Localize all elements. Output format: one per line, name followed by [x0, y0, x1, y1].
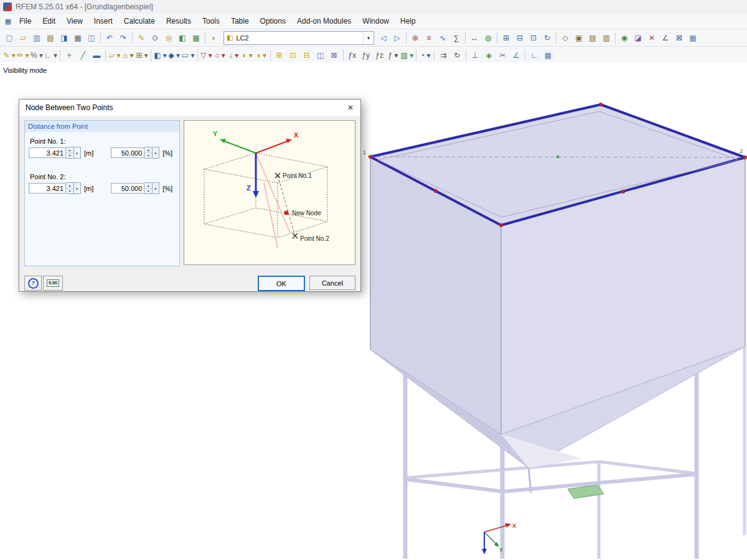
- connect-lines-button[interactable]: ∠: [509, 49, 523, 62]
- deselect-button[interactable]: ⊟: [300, 49, 314, 62]
- edit-dimensions-button[interactable]: ✎ ▾: [2, 49, 16, 62]
- load-cases-button[interactable]: ◐ ▾: [241, 49, 255, 62]
- menu-item[interactable]: Help: [395, 15, 421, 27]
- ok-button[interactable]: OK: [258, 276, 305, 291]
- zoom-out-button[interactable]: ⊟: [513, 31, 527, 44]
- save-button[interactable]: ◨: [57, 31, 71, 44]
- zoom-in-button[interactable]: ⊞: [499, 31, 513, 44]
- view-in-x-button[interactable]: ▣: [572, 31, 586, 44]
- search-object-button[interactable]: ◎: [162, 31, 176, 44]
- spin-down-icon[interactable]: ▼: [144, 188, 152, 194]
- ortho-snap-button[interactable]: ∟ ▾: [44, 49, 58, 62]
- cancel-button[interactable]: Cancel: [309, 276, 355, 290]
- visibility-mode-button[interactable]: ◉: [618, 31, 631, 44]
- expand-arrow-icon[interactable]: ▸: [74, 147, 81, 159]
- undo-button[interactable]: ↶: [103, 31, 116, 44]
- spin-up-icon[interactable]: ▲: [144, 147, 152, 152]
- point1-percent-spinner[interactable]: ▲ ▼: [144, 147, 153, 159]
- menu-item[interactable]: Insert: [88, 15, 118, 27]
- model-tools-button[interactable]: ⌂ ▾: [121, 49, 135, 62]
- point1-percent-input[interactable]: [111, 147, 144, 158]
- member-rotation-z-button[interactable]: ƒz: [373, 49, 387, 62]
- new-hinge-button[interactable]: ○ ▾: [214, 49, 227, 62]
- point2-distance-spinner[interactable]: ▲ ▼: [66, 182, 74, 194]
- expand-arrow-icon[interactable]: ▸: [153, 147, 159, 159]
- member-division-button[interactable]: ƒ ▾: [387, 49, 400, 62]
- point2-percent-spinner[interactable]: ▲ ▼: [144, 182, 153, 194]
- expand-arrow-icon[interactable]: ▸: [74, 182, 81, 194]
- menu-item[interactable]: Window: [357, 15, 395, 27]
- rotate-copy-button[interactable]: ↻: [450, 49, 464, 62]
- view-in-y-button[interactable]: ▤: [586, 31, 599, 44]
- full-view-button[interactable]: ⊠: [672, 31, 686, 44]
- calculation-button[interactable]: ◔ ▾: [418, 49, 432, 62]
- table-layout-button[interactable]: ▦: [686, 31, 700, 44]
- menu-item[interactable]: Tools: [197, 15, 225, 27]
- dialog-title-bar[interactable]: Node Between Two Points ✕: [19, 100, 360, 116]
- load-case-list-icon[interactable]: ◐: [207, 31, 221, 44]
- project-to-plane-button[interactable]: ◈: [482, 49, 496, 62]
- spin-up-icon[interactable]: ▲: [66, 183, 73, 188]
- new-member-button[interactable]: ▬: [90, 49, 103, 62]
- spin-up-icon[interactable]: ▲: [66, 147, 73, 152]
- rotate-view-button[interactable]: ↻: [540, 31, 554, 44]
- percent-snap-button[interactable]: % ▾: [30, 49, 44, 62]
- menu-item[interactable]: Calculate: [118, 15, 161, 27]
- numbering-button[interactable]: ⊠: [327, 49, 341, 62]
- redo-button[interactable]: ↷: [116, 31, 130, 44]
- select-window-button[interactable]: ⊞: [273, 49, 286, 62]
- project-manager-button[interactable]: ▥: [30, 31, 44, 44]
- edit-comments-button[interactable]: ✏ ▾: [16, 49, 30, 62]
- help-button[interactable]: ?: [24, 276, 42, 291]
- show-load-values-button[interactable]: ≡: [422, 31, 436, 44]
- spin-down-icon[interactable]: ▼: [66, 188, 73, 194]
- open-model-button[interactable]: ▱: [16, 31, 30, 44]
- spin-up-icon[interactable]: ▲: [144, 183, 152, 188]
- align-button[interactable]: ⊥: [468, 49, 482, 62]
- menu-item[interactable]: Options: [255, 15, 291, 27]
- data-navigator-button[interactable]: ▤: [44, 31, 57, 44]
- new-load-case-button[interactable]: ✎: [134, 31, 148, 44]
- calculator-button[interactable]: 0.00: [43, 276, 63, 291]
- select-special-button[interactable]: ⊡: [286, 49, 300, 62]
- new-solid-button[interactable]: ◆ ▾: [167, 49, 181, 62]
- new-support-button[interactable]: ▽ ▾: [200, 49, 214, 62]
- new-line-button[interactable]: ╱: [76, 49, 90, 62]
- measure-button[interactable]: ∠: [659, 31, 672, 44]
- previous-load-case-button[interactable]: ◁: [377, 31, 390, 44]
- move-copy-button[interactable]: ⇉: [436, 49, 450, 62]
- chevron-down-icon[interactable]: ▾: [363, 32, 374, 44]
- point1-distance-spinner[interactable]: ▲ ▼: [66, 147, 74, 159]
- generated-objects-button[interactable]: ▱ ▾: [108, 49, 121, 62]
- tables-toggle-button[interactable]: ▦: [189, 31, 203, 44]
- print-button[interactable]: ▦: [71, 31, 85, 44]
- show-results-button[interactable]: ∿: [436, 31, 449, 44]
- point2-percent-input[interactable]: [111, 183, 144, 194]
- new-load-button[interactable]: ↓ ▾: [227, 49, 241, 62]
- zoom-window-button[interactable]: ⊡: [527, 31, 540, 44]
- load-case-combobox[interactable]: ◧ LC2 ▾: [223, 31, 374, 45]
- spin-down-icon[interactable]: ▼: [144, 152, 152, 158]
- point1-distance-input[interactable]: [29, 147, 66, 158]
- menu-item[interactable]: Results: [161, 15, 197, 27]
- spin-down-icon[interactable]: ▼: [66, 152, 73, 158]
- menu-item[interactable]: View: [61, 15, 88, 27]
- point2-distance-input[interactable]: [29, 183, 66, 194]
- expand-arrow-icon[interactable]: ▸: [153, 182, 159, 194]
- show-loads-button[interactable]: ⊕: [408, 31, 422, 44]
- trim-members-button[interactable]: ✂: [496, 49, 509, 62]
- menu-item[interactable]: Table: [225, 15, 255, 27]
- background-layers-button[interactable]: ▨ ▾: [400, 49, 415, 62]
- render-model-button[interactable]: ◍: [481, 31, 495, 44]
- member-rotation-x-button[interactable]: ƒx: [345, 49, 359, 62]
- new-model-button[interactable]: ▢: [2, 31, 16, 44]
- clipping-plane-button[interactable]: ◪: [631, 31, 645, 44]
- copy-button[interactable]: ◫: [85, 31, 98, 44]
- work-plane-button[interactable]: ∟: [527, 49, 541, 62]
- navigator-toggle-button[interactable]: ◧: [176, 31, 189, 44]
- select-layer-button[interactable]: ◫: [314, 49, 327, 62]
- menu-item[interactable]: File: [14, 15, 37, 27]
- grid-settings-button[interactable]: ▦: [541, 49, 555, 62]
- new-surface-button[interactable]: ◧ ▾: [153, 49, 167, 62]
- combinations-button[interactable]: ◑ ▾: [255, 49, 268, 62]
